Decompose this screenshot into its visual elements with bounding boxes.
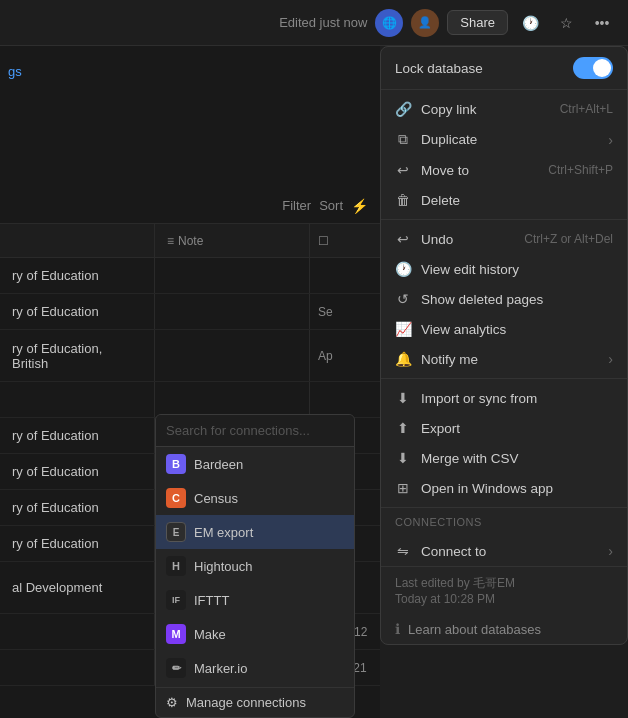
connections-list: B Bardeen C Census E EM export H Hightou… bbox=[156, 447, 354, 687]
notify-arrow: › bbox=[608, 351, 613, 367]
connect-to-item[interactable]: ⇋ Connect to › bbox=[381, 536, 627, 566]
history-icon[interactable]: 🕐 bbox=[516, 9, 544, 37]
connect-arrow: › bbox=[608, 543, 613, 559]
filter-button[interactable]: Filter bbox=[282, 198, 311, 213]
star-icon[interactable]: ☆ bbox=[552, 9, 580, 37]
edit-history-item[interactable]: 🕐 View edit history bbox=[381, 254, 627, 284]
move-icon: ↩ bbox=[395, 162, 411, 178]
connection-ifttt[interactable]: IF IFTTT bbox=[156, 583, 354, 617]
col-name-header bbox=[0, 224, 155, 257]
make-icon: M bbox=[166, 624, 186, 644]
menu-section-edit: 🔗 Copy link Ctrl+Alt+L ⧉ Duplicate › ↩ M… bbox=[381, 90, 627, 220]
connection-make[interactable]: M Make bbox=[156, 617, 354, 651]
connection-bardeen[interactable]: B Bardeen bbox=[156, 447, 354, 481]
sidebar-tag: gs bbox=[0, 60, 30, 83]
clock-icon: 🕐 bbox=[395, 261, 411, 277]
merge-icon: ⬇ bbox=[395, 450, 411, 466]
sort-button[interactable]: Sort bbox=[319, 198, 343, 213]
learn-text: Learn about databases bbox=[408, 622, 541, 637]
trash-icon: 🗑 bbox=[395, 192, 411, 208]
connections-section: Connections bbox=[381, 508, 627, 536]
move-to-item[interactable]: ↩ Move to Ctrl+Shift+P bbox=[381, 155, 627, 185]
undo-icon: ↩ bbox=[395, 231, 411, 247]
export-icon: ⬆ bbox=[395, 420, 411, 436]
last-edited-section: Last edited by 毛哥EM Today at 10:28 PM bbox=[381, 566, 627, 614]
menu-section-import: ⬇ Import or sync from ⬆ Export ⬇ Merge w… bbox=[381, 379, 627, 508]
move-to-shortcut: Ctrl+Shift+P bbox=[548, 163, 613, 177]
lock-toggle[interactable] bbox=[573, 57, 613, 79]
duplicate-arrow: › bbox=[608, 132, 613, 148]
table-row[interactable]: ry of Education Se bbox=[0, 294, 380, 330]
notify-item[interactable]: 🔔 Notify me › bbox=[381, 344, 627, 374]
duplicate-icon: ⧉ bbox=[395, 131, 411, 148]
bell-icon: 🔔 bbox=[395, 351, 411, 367]
ifttt-icon: IF bbox=[166, 590, 186, 610]
learn-databases-item[interactable]: ℹ Learn about databases bbox=[381, 614, 627, 644]
restore-icon: ↺ bbox=[395, 291, 411, 307]
table-row[interactable]: ry of Education bbox=[0, 258, 380, 294]
link-icon: 🔗 bbox=[395, 101, 411, 117]
merge-csv-item[interactable]: ⬇ Merge with CSV bbox=[381, 443, 627, 473]
globe-icon[interactable]: 🌐 bbox=[375, 9, 403, 37]
import-icon: ⬇ bbox=[395, 390, 411, 406]
filter-sort-bar: Filter Sort ⚡ bbox=[0, 188, 380, 224]
bardeen-icon: B bbox=[166, 454, 186, 474]
last-edited-by: Last edited by 毛哥EM bbox=[395, 575, 613, 592]
chart-icon: 📈 bbox=[395, 321, 411, 337]
undo-item[interactable]: ↩ Undo Ctrl+Z or Alt+Del bbox=[381, 224, 627, 254]
connection-em-export[interactable]: E EM export bbox=[156, 515, 354, 549]
edited-timestamp: Edited just now bbox=[279, 15, 367, 30]
table-row[interactable] bbox=[0, 382, 380, 418]
lock-label: Lock database bbox=[395, 61, 563, 76]
gear-icon: ⚙ bbox=[166, 695, 178, 710]
duplicate-item[interactable]: ⧉ Duplicate › bbox=[381, 124, 627, 155]
lock-database-row[interactable]: Lock database bbox=[381, 47, 627, 90]
deleted-pages-item[interactable]: ↺ Show deleted pages bbox=[381, 284, 627, 314]
copy-link-shortcut: Ctrl+Alt+L bbox=[560, 102, 613, 116]
connections-label: Connections bbox=[395, 516, 613, 528]
menu-section-history: ↩ Undo Ctrl+Z or Alt+Del 🕐 View edit his… bbox=[381, 220, 627, 379]
windows-icon: ⊞ bbox=[395, 480, 411, 496]
connect-icon: ⇋ bbox=[395, 543, 411, 559]
copy-link-item[interactable]: 🔗 Copy link Ctrl+Alt+L bbox=[381, 94, 627, 124]
lightning-icon[interactable]: ⚡ bbox=[351, 198, 368, 214]
census-icon: C bbox=[166, 488, 186, 508]
more-icon[interactable]: ••• bbox=[588, 9, 616, 37]
manage-connections-item[interactable]: ⚙ Manage connections bbox=[156, 687, 354, 717]
analytics-item[interactable]: 📈 View analytics bbox=[381, 314, 627, 344]
header-bar: Edited just now 🌐 👤 Share 🕐 ☆ ••• bbox=[0, 0, 628, 46]
connections-dropdown: B Bardeen C Census E EM export H Hightou… bbox=[155, 414, 355, 718]
export-item[interactable]: ⬆ Export bbox=[381, 413, 627, 443]
marker-icon: ✏ bbox=[166, 658, 186, 678]
hightouch-icon: H bbox=[166, 556, 186, 576]
toggle-knob bbox=[593, 59, 611, 77]
col-note-header: ≡ Note bbox=[155, 224, 310, 257]
info-icon: ℹ bbox=[395, 621, 400, 637]
table-row[interactable]: ry of Education, British Ap bbox=[0, 330, 380, 382]
table-header: ≡ Note ☐ bbox=[0, 224, 380, 258]
connection-hightouch[interactable]: H Hightouch bbox=[156, 549, 354, 583]
col-date-header: ☐ bbox=[310, 224, 380, 257]
connection-census[interactable]: C Census bbox=[156, 481, 354, 515]
em-icon: E bbox=[166, 522, 186, 542]
delete-item[interactable]: 🗑 Delete bbox=[381, 185, 627, 215]
avatar[interactable]: 👤 bbox=[411, 9, 439, 37]
undo-shortcut: Ctrl+Z or Alt+Del bbox=[524, 232, 613, 246]
last-edited-time: Today at 10:28 PM bbox=[395, 592, 613, 606]
context-menu: Lock database 🔗 Copy link Ctrl+Alt+L ⧉ D… bbox=[380, 46, 628, 645]
connection-marker[interactable]: ✏ Marker.io bbox=[156, 651, 354, 685]
share-button[interactable]: Share bbox=[447, 10, 508, 35]
import-item[interactable]: ⬇ Import or sync from bbox=[381, 383, 627, 413]
open-windows-item[interactable]: ⊞ Open in Windows app bbox=[381, 473, 627, 503]
connections-search-input[interactable] bbox=[156, 415, 354, 447]
